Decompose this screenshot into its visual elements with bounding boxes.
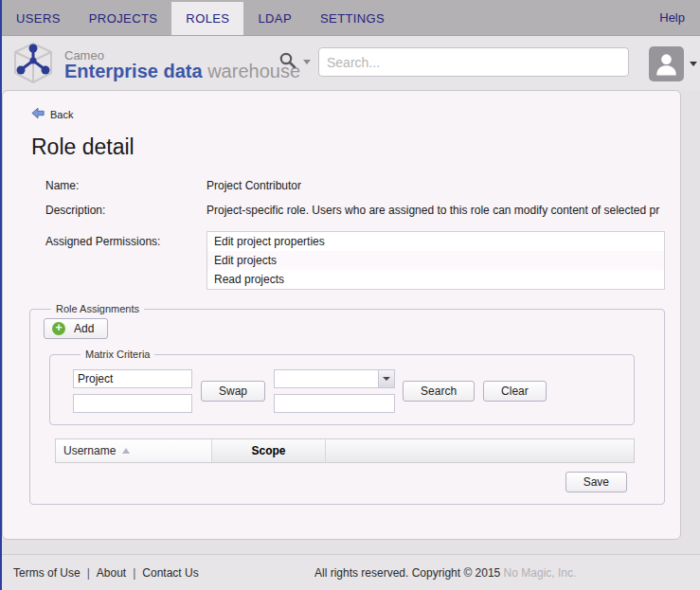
search-input[interactable] xyxy=(318,47,629,77)
footer-separator: | xyxy=(87,566,90,580)
logo-cube-icon xyxy=(9,39,57,92)
logo-line2: Enterprise data warehouse xyxy=(64,62,300,81)
matrix-left-column xyxy=(73,369,192,413)
permission-item[interactable]: Edit project properties xyxy=(207,232,664,251)
avatar[interactable] xyxy=(649,46,684,81)
row-type-input[interactable] xyxy=(73,369,192,388)
name-value: Project Contributor xyxy=(206,179,680,192)
person-icon xyxy=(653,50,680,78)
permissions-label: Assigned Permissions: xyxy=(45,235,206,248)
save-button[interactable]: Save xyxy=(565,472,627,492)
permission-item[interactable]: Read projects xyxy=(207,270,664,289)
matrix-criteria-grid: Swap Search Clear xyxy=(73,369,624,413)
scope-header-label: Scope xyxy=(251,444,285,457)
role-assignments-fieldset: Role Assignments + Add Matrix Criteria S… xyxy=(29,303,665,505)
name-label: Name: xyxy=(45,179,206,192)
tab-ldap[interactable]: LDAP xyxy=(243,2,306,35)
swap-button[interactable]: Swap xyxy=(201,381,265,402)
search-scope-chevron-icon[interactable] xyxy=(303,60,311,64)
matrix-criteria-fieldset: Matrix Criteria Swap xyxy=(49,349,635,425)
permissions-list: Edit project properties Edit projects Re… xyxy=(206,231,665,290)
back-arrow-icon xyxy=(31,107,45,121)
about-link[interactable]: About xyxy=(97,566,126,580)
name-row: Name: Project Contributor xyxy=(45,179,680,192)
help-link[interactable]: Help xyxy=(659,0,685,35)
tab-settings[interactable]: SETTINGS xyxy=(306,2,399,35)
username-header-label: Username xyxy=(63,444,116,457)
logo-line1: Cameo xyxy=(64,49,300,63)
description-value: Project-specific role. Users who are ass… xyxy=(206,204,680,217)
role-assignments-legend: Role Assignments xyxy=(51,303,144,314)
clear-button[interactable]: Clear xyxy=(483,381,547,402)
logo-strong-text: Enterprise data xyxy=(64,61,203,81)
row-filter-input[interactable] xyxy=(73,394,192,413)
column-type-select[interactable] xyxy=(274,369,395,388)
matrix-buttons: Search Clear xyxy=(403,381,547,402)
role-detail-panel: Back Role detail Name: Project Contribut… xyxy=(2,90,681,540)
add-button[interactable]: + Add xyxy=(44,318,108,339)
save-row: Save xyxy=(44,472,627,492)
tab-users[interactable]: USERS xyxy=(2,2,75,35)
tab-projects[interactable]: PROJECTS xyxy=(75,2,172,35)
tab-roles[interactable]: ROLES xyxy=(171,2,243,35)
column-header-empty xyxy=(326,439,634,462)
assignments-table-header: Username Scope xyxy=(55,438,635,463)
user-menu[interactable] xyxy=(649,46,697,81)
swap-wrap: Swap xyxy=(201,381,265,402)
copyright-text: All rights reserved. Copyright © 2015 No… xyxy=(314,566,576,580)
contact-us-link[interactable]: Contact Us xyxy=(142,566,198,580)
chevron-down-icon xyxy=(383,377,390,381)
permission-item[interactable]: Edit projects xyxy=(207,251,664,270)
add-button-label: Add xyxy=(74,322,94,335)
search-group xyxy=(278,47,629,77)
back-link[interactable]: Back xyxy=(31,107,680,121)
description-row: Description: Project-specific role. User… xyxy=(45,204,680,217)
copyright-main: All rights reserved. Copyright © 2015 xyxy=(314,566,504,580)
matrix-criteria-legend: Matrix Criteria xyxy=(81,349,154,360)
app-header: Cameo Enterprise data warehouse xyxy=(2,36,700,90)
footer-links: Terms of Use | About | Contact Us xyxy=(13,566,199,580)
top-nav: USERS PROJECTS ROLES LDAP SETTINGS Help xyxy=(2,0,700,36)
matrix-right-column xyxy=(274,369,395,413)
app-logo: Cameo Enterprise data warehouse xyxy=(9,39,300,92)
company-name: No Magic, Inc. xyxy=(504,566,577,580)
footer-separator: | xyxy=(133,566,135,580)
page-title: Role detail xyxy=(31,134,680,160)
back-label: Back xyxy=(50,109,73,120)
column-filter-input[interactable] xyxy=(274,394,395,413)
search-icon[interactable] xyxy=(278,51,297,74)
permissions-row: Assigned Permissions: Edit project prope… xyxy=(45,235,680,290)
main-area: Back Role detail Name: Project Contribut… xyxy=(2,90,700,554)
column-header-username[interactable]: Username xyxy=(56,439,212,462)
column-header-scope[interactable]: Scope xyxy=(212,439,326,462)
footer: Terms of Use | About | Contact Us All ri… xyxy=(2,554,700,590)
terms-of-use-link[interactable]: Terms of Use xyxy=(13,566,81,580)
select-arrow-button[interactable] xyxy=(378,370,394,387)
search-button[interactable]: Search xyxy=(403,381,475,402)
plus-icon: + xyxy=(52,322,65,335)
sort-asc-icon xyxy=(122,448,130,454)
logo-text: Cameo Enterprise data warehouse xyxy=(64,49,300,82)
description-label: Description: xyxy=(45,204,206,217)
user-menu-chevron-icon[interactable] xyxy=(690,62,697,66)
